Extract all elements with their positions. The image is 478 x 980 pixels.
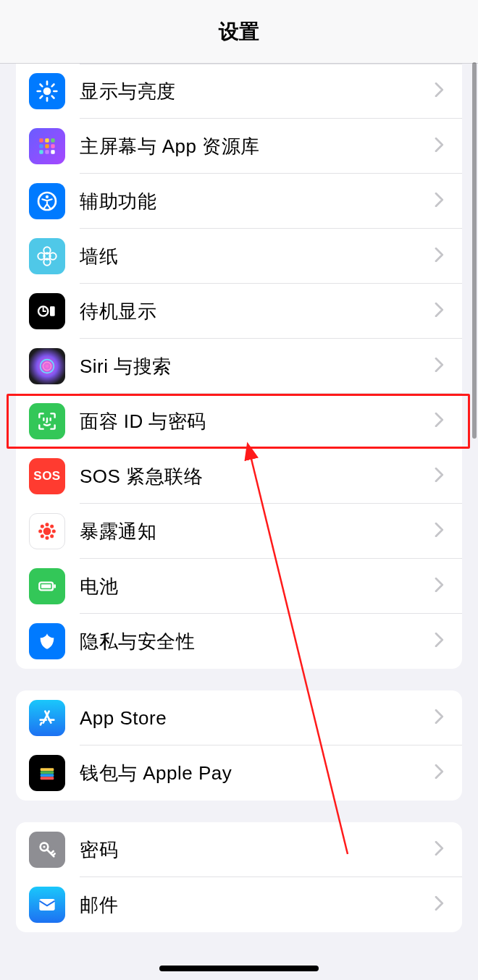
settings-group-accounts: 密码 邮件 <box>16 822 462 932</box>
row-label: 隐私与安全性 <box>80 629 435 654</box>
chevron-right-icon <box>435 303 446 320</box>
chevron-right-icon <box>435 83 446 100</box>
row-standby[interactable]: 待机显示 <box>16 284 462 339</box>
header: 设置 <box>0 0 478 64</box>
chevron-right-icon <box>435 764 446 782</box>
chevron-right-icon <box>435 523 446 540</box>
svg-point-19 <box>46 195 49 198</box>
row-display-brightness[interactable]: 显示与亮度 <box>16 64 462 119</box>
row-face-id-passcode[interactable]: 面容 ID 与密码 <box>16 394 462 449</box>
svg-rect-50 <box>41 768 54 771</box>
row-passwords[interactable]: 密码 <box>16 822 462 877</box>
wallet-icon <box>29 755 65 791</box>
privacy-icon <box>29 623 65 659</box>
svg-point-37 <box>53 530 55 532</box>
row-emergency-sos[interactable]: SOS SOS 紧急联络 <box>16 449 462 504</box>
svg-rect-52 <box>41 774 54 777</box>
row-label: Siri 与搜索 <box>80 354 435 379</box>
battery-icon <box>29 568 65 604</box>
row-label: 电池 <box>80 574 435 599</box>
row-label: 钱包与 Apple Pay <box>80 761 435 786</box>
svg-rect-53 <box>41 777 54 780</box>
row-exposure-notifications[interactable]: 暴露通知 <box>16 504 462 559</box>
svg-line-5 <box>41 85 43 87</box>
row-home-screen[interactable]: 主屏幕与 App 资源库 <box>16 119 462 174</box>
svg-line-6 <box>52 96 54 98</box>
row-label: 面容 ID 与密码 <box>80 409 435 434</box>
settings-group-general: 显示与亮度 主屏幕与 App 资源库 辅助功能 墙纸 <box>16 64 462 669</box>
chevron-right-icon <box>435 633 446 650</box>
svg-point-33 <box>43 528 51 536</box>
svg-point-38 <box>41 525 43 528</box>
row-label: SOS 紧急联络 <box>80 464 435 489</box>
exposure-icon <box>29 513 65 549</box>
home-indicator <box>159 966 319 971</box>
app-grid-icon <box>29 128 65 164</box>
svg-point-41 <box>51 535 53 537</box>
row-privacy-security[interactable]: 隐私与安全性 <box>16 614 462 669</box>
svg-rect-13 <box>45 144 49 148</box>
accessibility-icon <box>29 183 65 219</box>
row-app-store[interactable]: App Store <box>16 690 462 745</box>
svg-rect-43 <box>41 584 51 588</box>
row-label: 墙纸 <box>80 244 435 269</box>
brightness-icon <box>29 73 65 109</box>
mail-icon <box>29 887 65 923</box>
chevron-right-icon <box>435 138 446 155</box>
svg-rect-11 <box>51 138 54 142</box>
svg-rect-56 <box>39 899 54 911</box>
row-label: 显示与亮度 <box>80 79 435 104</box>
svg-point-30 <box>43 362 51 370</box>
svg-rect-12 <box>39 144 43 148</box>
row-label: App Store <box>80 707 435 730</box>
chevron-right-icon <box>435 248 446 265</box>
svg-point-40 <box>41 535 43 537</box>
svg-rect-51 <box>41 771 54 774</box>
chevron-right-icon <box>435 709 446 727</box>
settings-list: 显示与亮度 主屏幕与 App 资源库 辅助功能 墙纸 <box>0 64 478 961</box>
row-label: 暴露通知 <box>80 519 435 544</box>
row-wallet-apple-pay[interactable]: 钱包与 Apple Pay <box>16 745 462 801</box>
settings-group-store: App Store 钱包与 Apple Pay <box>16 690 462 801</box>
svg-line-49 <box>41 723 41 725</box>
face-id-icon <box>29 403 65 439</box>
chevron-right-icon <box>435 841 446 858</box>
svg-point-0 <box>43 88 51 96</box>
svg-rect-15 <box>39 150 43 153</box>
svg-point-34 <box>46 523 48 525</box>
row-label: 待机显示 <box>80 299 435 324</box>
svg-point-29 <box>41 360 54 373</box>
chevron-right-icon <box>435 193 446 210</box>
row-siri-search[interactable]: Siri 与搜索 <box>16 339 462 394</box>
sos-icon: SOS <box>29 458 65 494</box>
row-battery[interactable]: 电池 <box>16 559 462 614</box>
svg-line-8 <box>52 85 54 87</box>
chevron-right-icon <box>435 413 446 430</box>
row-accessibility[interactable]: 辅助功能 <box>16 174 462 229</box>
chevron-right-icon <box>435 358 446 375</box>
key-icon <box>29 832 65 868</box>
page-title: 设置 <box>219 18 259 46</box>
svg-point-55 <box>43 845 45 848</box>
row-label: 邮件 <box>80 892 435 918</box>
row-label: 密码 <box>80 837 435 863</box>
svg-rect-16 <box>45 150 49 153</box>
svg-rect-17 <box>51 150 54 153</box>
svg-rect-14 <box>51 144 54 148</box>
row-mail[interactable]: 邮件 <box>16 877 462 932</box>
svg-rect-9 <box>39 138 43 142</box>
row-label: 主屏幕与 App 资源库 <box>80 134 435 159</box>
row-label: 辅助功能 <box>80 189 435 214</box>
siri-icon <box>29 348 65 384</box>
svg-line-7 <box>41 96 43 98</box>
chevron-right-icon <box>435 896 446 913</box>
svg-rect-28 <box>50 306 55 316</box>
svg-rect-44 <box>54 584 56 588</box>
svg-point-35 <box>46 537 48 539</box>
app-store-icon <box>29 700 65 736</box>
svg-point-39 <box>51 525 53 528</box>
svg-rect-10 <box>45 138 49 142</box>
scroll-indicator <box>472 62 477 439</box>
wallpaper-icon <box>29 238 65 274</box>
row-wallpaper[interactable]: 墙纸 <box>16 229 462 284</box>
